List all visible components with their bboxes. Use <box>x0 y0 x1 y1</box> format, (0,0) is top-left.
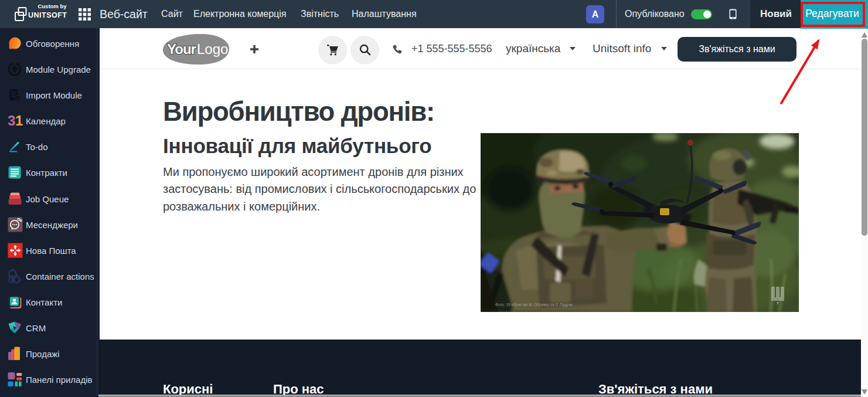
svg-text:3: 3 <box>8 113 15 128</box>
svg-text:1: 1 <box>15 113 23 128</box>
svg-text:Logo: Logo <box>197 41 228 57</box>
svg-text:Your: Your <box>167 41 196 57</box>
svg-text:Фото: 35 обрнп мп М. Обревко т: Фото: 35 обрнп мп М. Обревко та Л. Пудри… <box>495 303 573 307</box>
